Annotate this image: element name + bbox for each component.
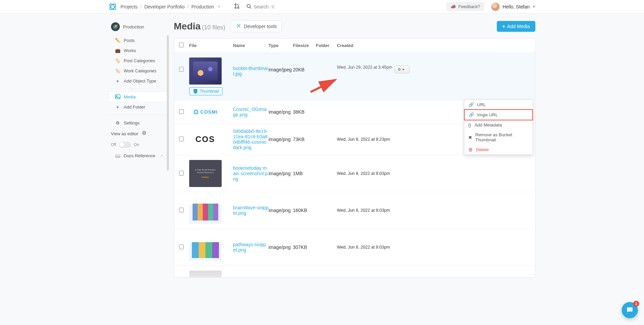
table-row[interactable]: pathways-snippet.png image/png 307KB Wed… (174, 229, 535, 266)
col-file[interactable]: File (189, 43, 233, 48)
sidebar-item-post-categories[interactable]: 🏷️ Post Categories (109, 55, 167, 66)
file-name-link[interactable]: brainWave-snippet.png (233, 205, 269, 216)
search-box[interactable]: Search / (246, 4, 275, 10)
dropdown-imgix-url[interactable]: 🔗 Imgix URL (464, 109, 533, 120)
row-actions-button[interactable]: ⚙ ▾ (395, 66, 409, 73)
thumbnail-badge[interactable]: 🪣 Thumbnail (189, 87, 223, 95)
file-size: 1MB (293, 171, 316, 176)
file-type: image/jpeg (269, 57, 293, 72)
external-link-icon: ↗ (160, 154, 163, 158)
braces-icon: {} (468, 122, 471, 127)
divider (109, 89, 167, 89)
file-type: image/png (269, 109, 293, 115)
file-thumbnail[interactable]: COSMI (189, 105, 222, 119)
feedback-button[interactable]: 📣 Feedback? (446, 2, 484, 11)
link-icon: 🔗 (468, 102, 474, 107)
sidebar-item-media[interactable]: Media (109, 92, 167, 102)
table-row[interactable] (174, 266, 535, 278)
col-folder[interactable]: Folder (316, 43, 337, 48)
col-filesize[interactable]: Filesize (293, 43, 316, 48)
file-thumbnail[interactable]: to Help Small Business Owners Become a▬▬… (189, 160, 222, 187)
row-checkbox[interactable] (179, 109, 184, 114)
developer-tools-button[interactable]: Developer tools (231, 20, 282, 32)
link-icon: 🔗 (469, 112, 474, 117)
file-thumbnail[interactable] (189, 271, 222, 277)
breadcrumb-project[interactable]: Developer Portfolio (144, 4, 184, 9)
dropdown-delete[interactable]: 🗑 Delete (464, 145, 533, 155)
row-checkbox[interactable] (179, 245, 184, 249)
table-row[interactable]: 🪣 Thumbnail bucket-thumbnail.jpg image/j… (174, 53, 535, 100)
col-name[interactable]: Name (233, 43, 269, 48)
bucket-avatar[interactable]: 🧩 (111, 22, 120, 31)
file-name-link[interactable]: Cosmic_OGImage.png (233, 107, 267, 117)
sidebar-item-work-categories[interactable]: 🏷️ Work Categories (109, 66, 167, 76)
row-checkbox[interactable] (179, 208, 184, 212)
view-as-editor-row: View as editor ? (109, 128, 167, 139)
file-created: Wed, Jun 8, 2022 at 9:23pm (337, 137, 395, 142)
row-actions-dropdown: 🔗 URL 🔗 Imgix URL {} Add Metadata ✖ Remo… (464, 99, 533, 155)
search-icon (246, 4, 251, 10)
add-media-button[interactable]: + Add Media (497, 21, 535, 32)
dropdown-url[interactable]: 🔗 URL (464, 100, 533, 110)
dropdown-add-metadata[interactable]: {} Add Metadata (464, 120, 533, 130)
sidebar-item-posts[interactable]: ✏️ Posts (109, 35, 167, 45)
editor-toggle[interactable] (119, 142, 131, 148)
file-name-link[interactable]: 049dabb0-8e19-11ea-81c6-b3a804bfff46-cos… (233, 129, 268, 150)
file-created: Wed, Jun 29, 2022 at 3:45pm (337, 57, 395, 70)
svg-point-3 (235, 7, 236, 8)
help-icon[interactable]: ? (142, 131, 147, 136)
sidebar-item-works[interactable]: 💼 Works (109, 45, 167, 55)
sidebar-scrollbar[interactable] (167, 35, 169, 170)
breadcrumb-sep: / (187, 4, 189, 9)
cosmic-logo-icon (108, 2, 117, 11)
sidebar-docs-reference[interactable]: 📖 Docs Reference ↗ (109, 150, 167, 161)
toggle-on-label: On (134, 142, 139, 147)
breadcrumb-projects[interactable]: Projects (120, 4, 138, 9)
chevron-down-icon[interactable]: ▼ (532, 5, 536, 8)
sidebar-add-folder[interactable]: + Add Folder (109, 102, 167, 112)
row-checkbox[interactable] (179, 67, 184, 72)
image-icon (115, 94, 120, 99)
file-size: 160KB (293, 208, 316, 213)
file-size: 20KB (293, 57, 316, 72)
sidebar-item-settings[interactable]: ⚙ Settings (109, 118, 167, 128)
file-type: image/png (269, 245, 293, 250)
page-title: Media (174, 21, 201, 31)
close-icon: ✖ (468, 135, 472, 140)
table-row[interactable]: to Help Small Business Owners Become a▬▬… (174, 155, 535, 192)
file-name-link[interactable]: pathways-snippet.png (233, 242, 266, 253)
table-header: File Name Type Filesize Folder Created (174, 39, 535, 53)
file-thumbnail[interactable] (189, 234, 222, 261)
media-table: File Name Type Filesize Folder Created 🪣… (174, 38, 535, 278)
divider (109, 115, 167, 115)
chevron-down-icon[interactable]: ▼ (217, 5, 221, 8)
table-row[interactable]: brainWave-snippet.png image/png 160KB We… (174, 192, 535, 229)
svg-point-5 (247, 4, 250, 7)
file-name-link[interactable]: bookmetoday main screenshot.png (233, 165, 268, 182)
col-type[interactable]: Type (269, 43, 293, 48)
svg-point-2 (235, 4, 236, 5)
user-avatar[interactable] (491, 2, 500, 11)
svg-line-10 (311, 80, 335, 92)
tools-icon (236, 23, 241, 29)
row-checkbox[interactable] (179, 171, 184, 176)
dropdown-remove-thumbnail[interactable]: ✖ Remove as Bucket Thumbnail (464, 130, 533, 145)
breadcrumb-sep: / (140, 4, 142, 9)
file-count: (10 files) (202, 24, 225, 31)
tag-icon: 🏷️ (115, 68, 120, 73)
pencil-icon: ✏️ (115, 38, 120, 43)
megaphone-icon: 📣 (450, 4, 456, 9)
col-created[interactable]: Created (337, 43, 395, 48)
file-thumbnail[interactable] (189, 197, 222, 224)
select-all-checkbox[interactable] (179, 43, 184, 47)
file-name-link[interactable]: bucket-thumbnail.jpg (233, 66, 268, 76)
sidebar-add-object-type[interactable]: + Add Object Type (109, 76, 167, 86)
tag-icon: 🏷️ (115, 58, 120, 63)
file-thumbnail[interactable] (189, 57, 222, 85)
pull-request-icon[interactable] (234, 3, 240, 10)
search-kbd: / (271, 5, 275, 9)
breadcrumb-bucket[interactable]: Production (191, 4, 214, 9)
file-thumbnail[interactable]: COS (189, 133, 222, 146)
bucket-name: Production (123, 24, 144, 29)
row-checkbox[interactable] (179, 137, 184, 141)
